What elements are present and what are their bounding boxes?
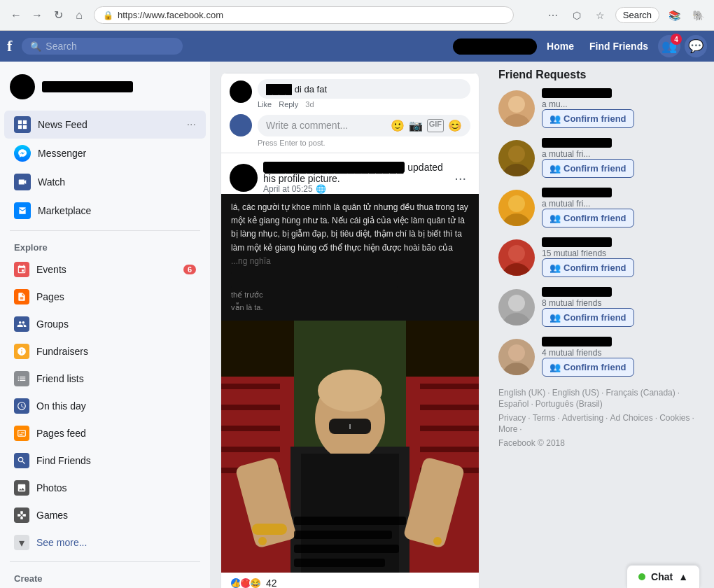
sidebar-see-more[interactable]: ▾ See more... [4,529,206,556]
bookmark-icon[interactable]: ☆ [592,6,610,24]
more-options-icon[interactable]: ⋯ [544,6,562,24]
home-nav-link[interactable]: Home [541,41,580,52]
footer-privacy[interactable]: Privacy [498,413,526,423]
footer-ad-choices[interactable]: Ad Choices [610,413,652,423]
sidebar-item-pages-feed[interactable]: Pages feed [4,420,206,447]
chat-bar[interactable]: Chat ▲ [626,565,700,588]
back-button[interactable]: ← [7,6,25,24]
sidebar-item-games[interactable]: Games [4,502,206,528]
footer-english-us[interactable]: English (US) [552,388,599,398]
comment-like-link[interactable]: Like [258,100,272,108]
camera-icon[interactable]: 📷 [409,119,423,132]
footer-portugues[interactable]: Português (Brasil) [536,399,603,409]
svg-point-34 [508,96,525,113]
comment-input[interactable] [266,120,391,131]
post-more-options-icon[interactable]: ··· [450,170,470,186]
sticker-icon[interactable]: 😊 [448,119,462,132]
groups-icon [14,316,29,332]
facebook-search-bar[interactable]: 🔍 [22,38,183,55]
news-feed-more-icon[interactable]: ··· [187,118,196,131]
sidebar-item-friend-lists[interactable]: Friend lists [4,365,206,392]
post-author-name: ████████████████████ updated his profile… [263,162,444,184]
forward-button[interactable]: → [28,6,46,24]
footer-english-uk[interactable]: English (UK) [498,388,545,398]
sidebar-item-news-feed[interactable]: News Feed ··· [4,111,206,139]
svg-rect-9 [221,447,280,452]
browser-search-bar[interactable]: Search [615,7,659,23]
sidebar-item-pages[interactable]: Pages [4,284,206,310]
sidebar-user-header[interactable] [0,69,210,105]
sidebar-item-photos[interactable]: Photos [4,475,206,501]
sidebar-item-groups[interactable]: Groups [4,311,206,337]
facebook-search-input[interactable] [46,41,158,52]
events-icon [14,262,29,277]
friends-badge: 4 [671,34,682,45]
comment-reply-link[interactable]: Reply [279,100,298,108]
emoji-icon[interactable]: 🙂 [391,119,405,132]
fr-avatar-5 [498,289,535,326]
confirm-friend-button-1[interactable]: 👥 Confirm friend [542,109,634,128]
svg-point-33 [433,537,442,545]
confirm-friend-button-5[interactable]: 👥 Confirm friend [542,308,634,327]
svg-rect-26 [252,524,287,535]
svg-rect-31 [294,559,385,567]
find-friends-nav-link[interactable]: Find Friends [584,41,654,52]
footer-more[interactable]: More [498,424,517,434]
footer-espanol[interactable]: Español [498,399,528,409]
extension-icon[interactable]: 🐘 [689,6,707,24]
confirm-friend-button-4[interactable]: 👥 Confirm friend [542,258,634,277]
friend-request-5: 8 mutual friends 👥 Confirm friend [498,287,706,327]
fr-mutual-4: 15 mutual friends [542,248,706,258]
footer-francais[interactable]: Français (Canada) [606,388,675,398]
svg-rect-28 [294,517,406,525]
gif-icon[interactable]: GIF [427,119,444,132]
footer-advertising[interactable]: Advertising [562,413,603,423]
svg-rect-27 [301,454,399,573]
friends-icon-button[interactable]: 👥 4 [658,35,680,57]
fr-info-6: 4 mutual friends 👥 Confirm friend [542,337,706,377]
svg-rect-15 [420,447,479,452]
sidebar-item-on-this-day[interactable]: On this day [4,393,206,419]
friend-request-2: a mutual fri... 👥 Confirm friend [498,138,706,178]
svg-rect-6 [221,384,280,389]
friend-request-3: a mutual fri... 👥 Confirm friend [498,188,706,227]
confirm-friend-button-6[interactable]: 👥 Confirm friend [542,358,634,377]
svg-rect-30 [294,545,399,553]
refresh-button[interactable]: ↻ [49,6,67,24]
comment-bubble: ████ di da fat [258,79,470,99]
friend-lists-label: Friend lists [36,373,196,384]
right-footer: English (UK) · English (US) · Français (… [498,388,706,448]
add-friend-icon-3: 👥 [550,213,561,223]
events-label: Events [36,264,176,275]
comment-time: 3d [305,100,314,108]
pocket-icon[interactable]: ⬡ [568,6,586,24]
fr-avatar-4 [498,239,535,276]
sidebar-item-fundraisers[interactable]: Fundraisers [4,338,206,365]
sidebar-item-marketplace[interactable]: Marketplace [4,197,206,225]
comment-input-wrap[interactable]: 🙂 📷 GIF 😊 [258,115,470,136]
sidebar-item-messenger[interactable]: Messenger [4,139,206,167]
post-header: ████████████████████ updated his profile… [221,153,479,194]
reaction-count: 42 [266,578,277,588]
footer-cookies[interactable]: Cookies [659,413,690,423]
sidebar-item-watch[interactable]: Watch [4,168,206,196]
post-photo-area [221,321,479,573]
home-button[interactable]: ⌂ [70,6,88,24]
footer-terms[interactable]: Terms [533,413,556,423]
sidebar-item-events[interactable]: Events 6 [4,256,206,283]
sidebar-item-find-friends[interactable]: Find Friends [4,447,206,474]
comment-author: ████ [266,84,292,94]
bookmarks-icon[interactable]: 📚 [665,6,683,24]
svg-point-40 [508,245,525,262]
fr-avatar-1 [498,90,535,127]
sidebar-divider-1 [10,230,200,231]
user-name-pill[interactable]: ████████ [453,38,537,55]
news-feed-label: News Feed [38,119,180,130]
fundraisers-icon [14,344,29,359]
messages-icon-button[interactable]: 💬 [685,35,707,57]
confirm-friend-button-2[interactable]: 👥 Confirm friend [542,159,634,178]
address-bar[interactable]: 🔒 https://www.facebook.com [94,6,514,24]
confirm-friend-button-3[interactable]: 👥 Confirm friend [542,209,634,227]
pages-feed-icon [14,426,29,441]
svg-point-45 [503,363,531,375]
